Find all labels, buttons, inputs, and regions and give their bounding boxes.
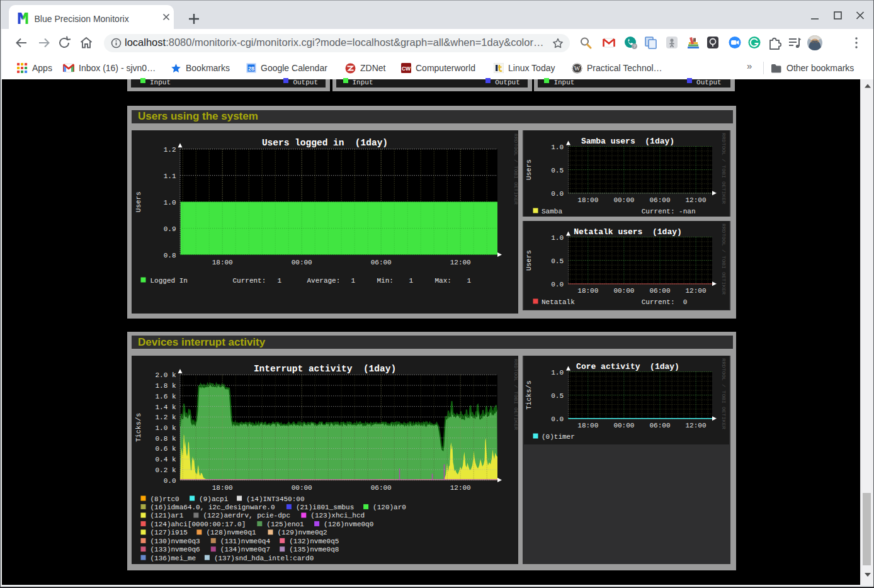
svg-text:12:00: 12:00: [685, 287, 706, 295]
svg-text:Max:: Max:: [434, 276, 451, 284]
svg-text:(125)eno1: (125)eno1: [266, 520, 304, 528]
svg-text:(16)idma64.0, i2c_designware.0: (16)idma64.0, i2c_designware.0: [150, 503, 275, 511]
svg-text:(137)snd_hda_intel:card0: (137)snd_hda_intel:card0: [213, 554, 313, 562]
svg-text:Users: Users: [525, 250, 533, 271]
svg-text:1: 1: [277, 276, 281, 284]
svg-text:1.8 k: 1.8 k: [155, 382, 176, 390]
svg-text:Core activity (1day): Core activity (1day): [576, 362, 679, 371]
svg-text:(14)INT3450:00: (14)INT3450:00: [246, 495, 304, 502]
svg-text:1.0 k: 1.0 k: [155, 424, 176, 432]
svg-text:Current:: Current:: [232, 276, 266, 284]
svg-text:Ticks/s: Ticks/s: [525, 380, 533, 409]
svg-text:0.5: 0.5: [551, 166, 564, 174]
svg-text:CW: CW: [402, 65, 411, 72]
svg-text:06:00: 06:00: [370, 484, 391, 492]
svg-text:(130)nvme0q3: (130)nvme0q3: [150, 537, 200, 545]
svg-text:12:00: 12:00: [450, 484, 470, 492]
svg-text:(131)nvme0q4: (131)nvme0q4: [220, 537, 270, 545]
svg-text:00:00: 00:00: [613, 422, 634, 429]
svg-text:18:00: 18:00: [577, 422, 598, 429]
svg-text:(9)acpi: (9)acpi: [199, 495, 229, 502]
svg-text:28: 28: [248, 65, 254, 72]
svg-text:Min:: Min:: [377, 276, 393, 284]
svg-text:2.0 k: 2.0 k: [155, 371, 176, 379]
svg-text:(8)rtc0: (8)rtc0: [150, 495, 179, 502]
svg-text:Users: Users: [525, 159, 533, 180]
svg-text:(135)nvme0q8: (135)nvme0q8: [289, 546, 339, 553]
svg-text:(128)nvme0q1: (128)nvme0q1: [206, 529, 256, 536]
svg-text:Ticks/s: Ticks/s: [135, 412, 142, 441]
svg-text:Users: Users: [135, 191, 142, 212]
svg-text:(21)i801_smbus: (21)i801_smbus: [295, 503, 353, 511]
svg-text:0.0: 0.0: [551, 280, 564, 288]
svg-text:(136)mei_me: (136)mei_me: [150, 554, 196, 562]
svg-text:18:00: 18:00: [212, 484, 232, 492]
svg-text:Average:: Average:: [307, 276, 340, 284]
svg-text:1.0: 1.0: [551, 143, 564, 150]
svg-text:RRDTOOL / TOBI OETIKER: RRDTOOL / TOBI OETIKER: [513, 133, 518, 205]
svg-text:(124)ahci[0000:00:17.0]: (124)ahci[0000:00:17.0]: [150, 520, 246, 528]
svg-text:00:00: 00:00: [291, 484, 312, 492]
svg-text:0.8 k: 0.8 k: [155, 434, 176, 442]
svg-text:(133)nvme0q6: (133)nvme0q6: [150, 546, 200, 553]
svg-text:06:00: 06:00: [649, 422, 670, 429]
svg-text:?: ?: [633, 43, 635, 49]
svg-text:1.2: 1.2: [163, 145, 176, 153]
svg-text:0.4 k: 0.4 k: [155, 456, 176, 463]
svg-text:(0)timer: (0)timer: [542, 433, 575, 440]
svg-text:(126)nvme0q0: (126)nvme0q0: [324, 520, 373, 528]
svg-text:1.0: 1.0: [551, 234, 564, 241]
svg-text:12:00: 12:00: [685, 422, 706, 429]
svg-text:Current: -nan: Current: -nan: [642, 207, 696, 215]
svg-text:0.8: 0.8: [163, 251, 176, 259]
svg-text:RRDTOOL / TOBI OETIKER: RRDTOOL / TOBI OETIKER: [721, 358, 726, 429]
svg-text:06:00: 06:00: [370, 259, 391, 266]
svg-text:00:00: 00:00: [613, 287, 634, 295]
svg-text:1.4 k: 1.4 k: [155, 403, 176, 410]
svg-text:Logged In: Logged In: [150, 276, 187, 284]
svg-text:0.5: 0.5: [551, 257, 564, 264]
svg-text:1.0: 1.0: [551, 368, 564, 376]
svg-text:0.0: 0.0: [551, 415, 564, 422]
svg-text:0.2 k: 0.2 k: [155, 466, 176, 473]
svg-text:Samba: Samba: [542, 207, 562, 215]
svg-text:00:00: 00:00: [613, 196, 634, 204]
svg-text:0.0: 0.0: [551, 189, 564, 197]
svg-text:Current: 0: Current: 0: [642, 298, 688, 305]
svg-text:Netatalk users (1day): Netatalk users (1day): [574, 227, 682, 237]
svg-text:(120)ar0: (120)ar0: [373, 503, 406, 511]
svg-text:0.5: 0.5: [551, 392, 564, 399]
svg-text:06:00: 06:00: [649, 196, 670, 204]
svg-text:18:00: 18:00: [577, 196, 598, 204]
svg-text:1.6 k: 1.6 k: [155, 392, 176, 400]
svg-text:1: 1: [409, 276, 413, 284]
svg-text:18:00: 18:00: [212, 259, 232, 266]
svg-text:Interrupt activity (1day): Interrupt activity (1day): [253, 364, 395, 374]
svg-text:Users logged in (1day): Users logged in (1day): [261, 138, 387, 148]
svg-text:0.6 k: 0.6 k: [155, 445, 176, 453]
svg-text:RRDTOOL / TOBI OETIKER: RRDTOOL / TOBI OETIKER: [513, 359, 518, 430]
svg-text:0.0: 0.0: [163, 477, 176, 484]
svg-text:(121)ar1: (121)ar1: [150, 512, 183, 519]
svg-text:Samba users (1day): Samba users (1day): [581, 137, 674, 146]
svg-text:1.2 k: 1.2 k: [155, 414, 176, 421]
svg-text:Netatalk: Netatalk: [542, 298, 575, 305]
svg-text:0.9: 0.9: [163, 225, 176, 232]
svg-text:12:00: 12:00: [450, 259, 470, 266]
svg-text:RRDTOOL / TOBI OETIKER: RRDTOOL / TOBI OETIKER: [721, 133, 726, 204]
svg-text:(129)nvme0q2: (129)nvme0q2: [277, 529, 327, 536]
svg-text:1: 1: [467, 276, 471, 284]
svg-text:(132)nvme0q5: (132)nvme0q5: [289, 537, 339, 545]
svg-text:1.0: 1.0: [163, 198, 176, 206]
svg-text:(123)xhci_hcd: (123)xhci_hcd: [310, 512, 365, 519]
svg-text:12:00: 12:00: [685, 196, 706, 204]
svg-text:1: 1: [351, 276, 355, 284]
svg-text:RRDTOOL / TOBI OETIKER: RRDTOOL / TOBI OETIKER: [721, 223, 726, 295]
svg-text:00:00: 00:00: [291, 259, 312, 266]
svg-text:W: W: [574, 65, 581, 72]
svg-text:(127)i915: (127)i915: [150, 529, 187, 536]
svg-text:(134)nvme0q7: (134)nvme0q7: [220, 546, 270, 553]
svg-text:06:00: 06:00: [649, 287, 670, 295]
svg-text:18:00: 18:00: [577, 287, 598, 295]
svg-text:(122)aerdrv, pcie-dpc: (122)aerdrv, pcie-dpc: [203, 512, 290, 519]
